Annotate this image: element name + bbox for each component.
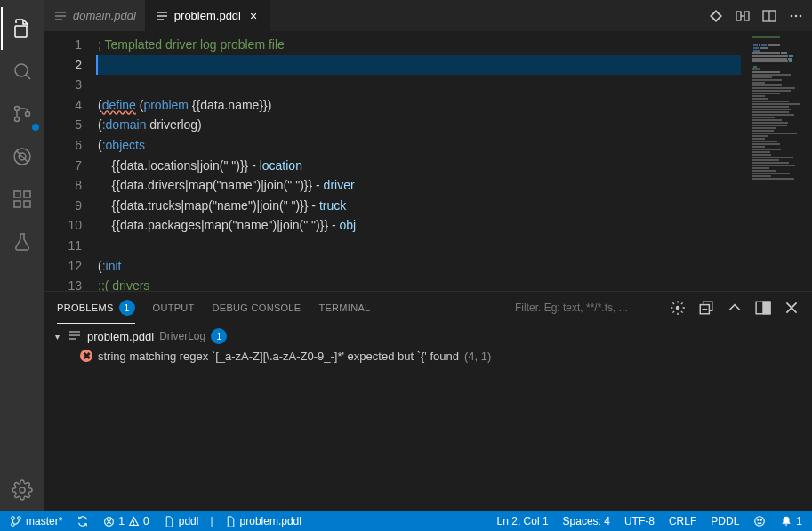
svg-line-2 <box>26 75 30 79</box>
svg-rect-31 <box>763 302 770 314</box>
svg-point-44 <box>133 524 134 525</box>
eol[interactable]: CRLF <box>666 511 699 531</box>
svg-point-27 <box>676 305 680 310</box>
code-line-11[interactable] <box>98 236 741 256</box>
svg-rect-20 <box>736 12 741 20</box>
code-line-1[interactable]: ; Templated driver log problem file <box>98 35 741 55</box>
pddl-view-icon[interactable] <box>709 9 723 23</box>
tab-output[interactable]: OUTPUT <box>153 292 195 323</box>
svg-point-39 <box>18 517 21 520</box>
tab-domain-pddl[interactable]: domain.pddl <box>44 0 146 31</box>
file-lines-icon <box>155 9 169 23</box>
svg-point-5 <box>26 112 30 117</box>
code-line-2[interactable] <box>98 55 741 76</box>
code-line-9[interactable]: {{data.trucks|map("name")|join(" ")}} - … <box>98 196 741 216</box>
problem-location: (4, 1) <box>464 350 491 363</box>
svg-point-45 <box>755 517 765 527</box>
status-bar: master* 1 0 pddl | problem.pddl Ln 2, Co… <box>0 511 812 531</box>
source-control-icon[interactable] <box>1 93 44 135</box>
svg-point-25 <box>795 14 798 17</box>
svg-rect-0 <box>15 26 27 37</box>
svg-point-4 <box>15 117 20 122</box>
more-actions-icon[interactable] <box>789 9 803 23</box>
chevron-down-icon <box>52 331 62 342</box>
bottom-panel: PROBLEMS1 OUTPUT DEBUG CONSOLE TERMINAL <box>44 291 812 511</box>
split-editor-icon[interactable] <box>762 9 776 23</box>
filter-settings-icon[interactable] <box>670 300 686 316</box>
tab-label: problem.pddl <box>174 9 241 22</box>
explorer-icon[interactable] <box>1 7 44 50</box>
file-lines-icon <box>53 9 68 23</box>
test-view-icon[interactable] <box>1 221 44 263</box>
notifications-icon[interactable]: 1 <box>777 511 805 531</box>
panel-toggle-icon[interactable] <box>755 300 771 316</box>
debug-icon[interactable] <box>1 135 44 178</box>
svg-point-24 <box>791 14 793 17</box>
sync-icon[interactable] <box>74 511 92 531</box>
encoding[interactable]: UTF-8 <box>622 511 657 531</box>
activity-bar <box>0 0 44 511</box>
problems-file-name: problem.pddl <box>87 330 154 343</box>
compare-changes-icon[interactable] <box>736 9 750 23</box>
settings-gear-icon[interactable] <box>1 469 44 511</box>
indentation[interactable]: Spaces: 4 <box>560 511 613 531</box>
problems-filter-input[interactable] <box>515 302 657 314</box>
svg-point-38 <box>12 523 15 527</box>
status-file-2[interactable]: problem.pddl <box>222 511 304 531</box>
editor[interactable]: 1234567891011121314 ; Templated driver l… <box>44 31 812 291</box>
problems-count-badge: 1 <box>119 300 135 316</box>
minimap[interactable] <box>741 31 812 291</box>
svg-point-47 <box>761 519 762 520</box>
code-line-10[interactable]: {{data.packages|map("name")|join(" ")}} … <box>98 215 741 236</box>
status-file-1[interactable]: pddl <box>161 511 202 531</box>
close-icon[interactable]: × <box>246 9 261 23</box>
file-lines-icon <box>68 328 82 345</box>
tab-problem-pddl[interactable]: problem.pddl× <box>146 0 270 31</box>
tab-bar: domain.pddlproblem.pddl× <box>44 0 812 31</box>
search-icon[interactable] <box>1 50 44 93</box>
code-line-4[interactable]: (define (problem {{data.name}}) <box>98 95 741 116</box>
svg-point-13 <box>20 487 25 493</box>
code-line-5[interactable]: (:domain driverlog) <box>98 115 741 135</box>
code-line-6[interactable]: (:objects <box>98 135 741 156</box>
collapse-all-icon[interactable] <box>698 300 714 316</box>
svg-rect-9 <box>14 191 20 197</box>
svg-point-37 <box>12 517 15 520</box>
feedback-icon[interactable] <box>751 511 768 531</box>
problems-file-dir: DriverLog <box>159 330 205 342</box>
git-branch[interactable]: master* <box>7 511 65 531</box>
error-icon: ✖ <box>80 350 92 362</box>
problems-file-row[interactable]: problem.pddl DriverLog 1 <box>44 326 812 346</box>
problem-message: string matching regex `[_a-zA-Z][\.a-zA-… <box>98 350 459 363</box>
code-line-3[interactable] <box>98 75 741 95</box>
tab-terminal[interactable]: TERMINAL <box>318 292 370 323</box>
close-panel-icon[interactable] <box>784 300 800 316</box>
problem-item[interactable]: ✖ string matching regex `[_a-zA-Z][\.a-z… <box>44 346 812 366</box>
svg-point-26 <box>800 14 802 17</box>
editor-actions <box>700 0 812 31</box>
cursor-position[interactable]: Ln 2, Col 1 <box>494 511 551 531</box>
tab-debug-console[interactable]: DEBUG CONSOLE <box>213 292 301 323</box>
svg-rect-21 <box>744 12 749 20</box>
svg-rect-10 <box>24 191 30 197</box>
language-mode[interactable]: PDDL <box>708 511 742 531</box>
file-problem-count-badge: 1 <box>211 328 227 344</box>
tab-problems[interactable]: PROBLEMS1 <box>57 293 135 324</box>
code-line-13[interactable]: ;;( drivers <box>98 276 741 291</box>
code-line-7[interactable]: {{data.locations|join(" ")}} - location <box>98 156 741 176</box>
svg-point-1 <box>15 64 28 76</box>
svg-rect-12 <box>24 201 30 207</box>
tab-label: domain.pddl <box>73 9 136 22</box>
extensions-icon[interactable] <box>1 178 44 221</box>
code-line-8[interactable]: {{data.drivers|map("name")|join(" ")}} -… <box>98 175 741 196</box>
code-line-12[interactable]: (:init <box>98 256 741 277</box>
errors-warnings[interactable]: 1 0 <box>100 511 151 531</box>
svg-point-46 <box>758 519 759 520</box>
svg-point-3 <box>15 107 20 111</box>
svg-rect-11 <box>14 201 20 207</box>
panel-up-icon[interactable] <box>727 300 743 316</box>
